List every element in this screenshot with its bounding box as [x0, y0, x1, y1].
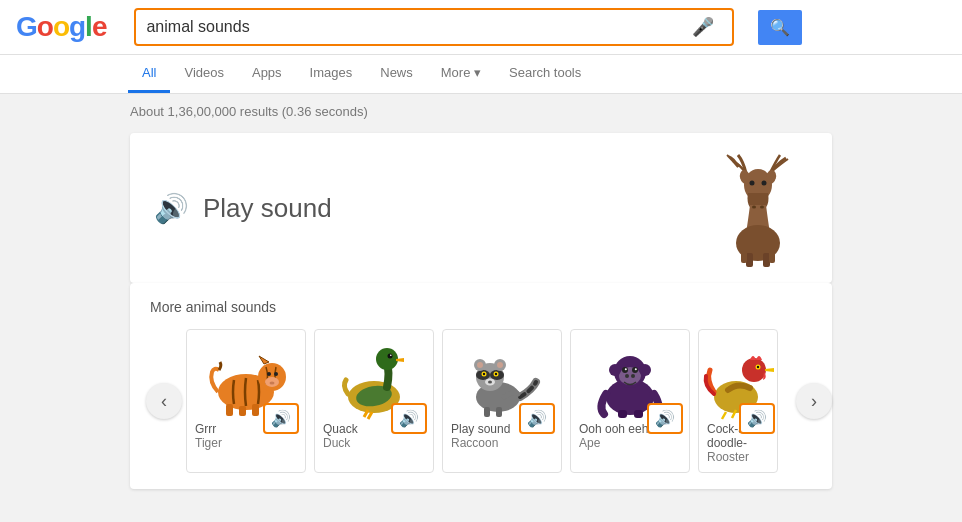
svg-rect-9: [769, 251, 775, 263]
svg-point-25: [387, 354, 392, 359]
svg-point-10: [752, 206, 756, 209]
animal-card-tiger[interactable]: 🔊 Grrr Tiger: [186, 329, 306, 473]
logo-g: G: [16, 11, 37, 43]
rooster-name: Rooster: [707, 450, 769, 464]
svg-point-40: [497, 362, 503, 368]
logo-g2: g: [69, 11, 85, 43]
moose-illustration: [708, 153, 808, 263]
svg-rect-6: [746, 253, 753, 267]
svg-point-34: [494, 373, 496, 375]
logo-l: l: [85, 11, 92, 43]
svg-rect-20: [239, 406, 246, 416]
svg-point-47: [632, 367, 638, 373]
tab-apps[interactable]: Apps: [238, 55, 296, 93]
svg-point-48: [624, 368, 626, 370]
svg-rect-42: [496, 407, 502, 417]
google-logo: Google: [16, 11, 106, 43]
duck-sound-button[interactable]: 🔊: [391, 403, 427, 434]
tab-search-tools[interactable]: Search tools: [495, 55, 595, 93]
logo-o2: o: [53, 11, 69, 43]
raccoon-sound-button[interactable]: 🔊: [519, 403, 555, 434]
logo-o1: o: [37, 11, 53, 43]
speaker-icon-large[interactable]: 🔊: [154, 192, 189, 225]
play-sound-main: 🔊 Play sound: [154, 192, 332, 225]
svg-marker-16: [259, 356, 269, 364]
nav-tabs: All Videos Apps Images News More ▾ Searc…: [0, 55, 962, 94]
search-input[interactable]: animal sounds: [146, 18, 692, 36]
play-sound-label[interactable]: Play sound: [203, 193, 332, 224]
logo-e: e: [92, 11, 107, 43]
animal-card-raccoon[interactable]: 🔊 Play sound Raccoon: [442, 329, 562, 473]
svg-rect-8: [741, 251, 747, 263]
svg-point-57: [742, 358, 766, 382]
animal-card-ape[interactable]: 🔊 Ooh ooh eeh eeh Ape: [570, 329, 690, 473]
svg-point-15: [274, 372, 278, 376]
search-bar: animal sounds 🎤: [134, 8, 734, 46]
svg-point-1: [750, 181, 755, 186]
ape-name: Ape: [579, 436, 681, 450]
ape-sound-button[interactable]: 🔊: [647, 403, 683, 434]
more-sounds-title: More animal sounds: [146, 299, 832, 315]
animal-card-duck[interactable]: 🔊 Quack Duck: [314, 329, 434, 473]
animal-card-rooster[interactable]: 🔊 Cock-a-doodle- Rooster: [698, 329, 778, 473]
carousel-next-button[interactable]: ›: [796, 383, 832, 419]
svg-point-52: [609, 364, 621, 376]
svg-rect-19: [226, 404, 233, 416]
animals-carousel: ‹: [146, 329, 832, 473]
svg-rect-54: [618, 410, 627, 418]
duck-name: Duck: [323, 436, 425, 450]
more-sounds-section: More animal sounds ‹: [130, 283, 832, 489]
svg-rect-55: [634, 410, 643, 418]
tab-images[interactable]: Images: [296, 55, 367, 93]
svg-point-38: [477, 362, 483, 368]
svg-point-36: [488, 381, 492, 384]
animals-list: 🔊 Grrr Tiger: [186, 329, 792, 473]
play-sound-card: 🔊 Play sound: [130, 133, 832, 283]
results-area: About 1,36,00,000 results (0.36 seconds)…: [0, 94, 962, 509]
svg-point-33: [482, 373, 484, 375]
results-count: About 1,36,00,000 results (0.36 seconds): [130, 104, 832, 119]
tiger-name: Tiger: [195, 436, 297, 450]
raccoon-name: Raccoon: [451, 436, 553, 450]
svg-point-24: [376, 348, 398, 370]
carousel-prev-button[interactable]: ‹: [146, 383, 182, 419]
tab-more[interactable]: More ▾: [427, 55, 495, 93]
svg-rect-21: [252, 404, 259, 416]
svg-rect-41: [484, 407, 490, 417]
mic-icon[interactable]: 🎤: [692, 16, 714, 38]
tab-videos[interactable]: Videos: [170, 55, 238, 93]
search-button[interactable]: 🔍: [758, 10, 802, 45]
svg-point-50: [625, 374, 629, 378]
svg-point-53: [639, 364, 651, 376]
svg-point-2: [762, 181, 767, 186]
svg-point-51: [631, 374, 635, 378]
svg-point-59: [757, 366, 759, 368]
header: Google animal sounds 🎤 🔍: [0, 0, 962, 55]
rooster-sound-button[interactable]: 🔊: [739, 403, 775, 434]
svg-point-49: [634, 368, 636, 370]
svg-point-18: [269, 382, 274, 385]
tab-news[interactable]: News: [366, 55, 427, 93]
svg-point-26: [390, 354, 392, 356]
search-icon: 🔍: [770, 19, 790, 36]
svg-point-14: [267, 372, 271, 376]
svg-point-11: [760, 206, 764, 209]
tiger-sound-button[interactable]: 🔊: [263, 403, 299, 434]
svg-rect-7: [763, 253, 770, 267]
svg-point-46: [622, 367, 628, 373]
tab-all[interactable]: All: [128, 55, 170, 93]
